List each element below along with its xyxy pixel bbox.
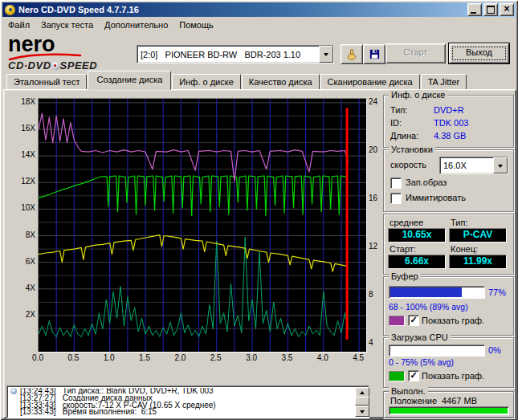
buffer-color-swatch <box>389 316 405 326</box>
maximize-button[interactable] <box>483 3 498 16</box>
position-progressbar <box>389 406 509 415</box>
cpu-group: Загрузка CPU 0% 0 - 75% (5% avg) ✓ Показ… <box>383 337 514 388</box>
log-text: [13:33:43] Время выполнения: 6:15 <box>20 409 157 416</box>
app-window: Nero CD-DVD Speed 4.7.7.16 × ФайлЗапуск … <box>0 0 518 420</box>
focus-rect <box>452 47 506 60</box>
end-speed-value: 11.99x <box>449 255 507 269</box>
x-axis-label: 3.5 <box>277 353 296 362</box>
cpu-show-graph-checkbox[interactable]: ✓ <box>408 370 419 381</box>
disc-type-value: DVD+R <box>434 105 464 115</box>
average-speed-value: 10.65x <box>388 228 446 243</box>
menu-item-help[interactable]: Помощь <box>173 18 219 31</box>
y-axis-right-label: 12 <box>369 242 383 251</box>
start-speed-value: 6.66x <box>388 255 446 269</box>
disc-length-value: 4.38 GB <box>434 131 466 141</box>
cpu-color-swatch <box>389 371 405 381</box>
speed-select-dropdown-button[interactable] <box>493 157 508 173</box>
chart-plot <box>38 98 367 353</box>
nero-logo: nero CD·DVDSPEED <box>8 34 128 71</box>
y-axis-left-label: 6X <box>10 257 35 266</box>
minimize-icon <box>471 12 476 14</box>
tab-benchmark[interactable]: Эталонный тест <box>6 74 87 90</box>
x-axis-label: 3.0 <box>242 353 261 362</box>
speed-select-value: 16.0X <box>440 161 493 170</box>
minimize-button[interactable] <box>467 3 482 16</box>
log-panel: [13:24:43] Тип диска:: Blank DVD, DVD+R,… <box>6 385 369 418</box>
x-axis-label: 4.0 <box>313 353 332 362</box>
scroll-thumb[interactable] <box>355 397 369 406</box>
hand-button[interactable] <box>341 44 363 64</box>
drive-selector[interactable]: [2:0] PIONEER BD-RW BDR-203 1.10 <box>137 45 334 63</box>
scroll-down-button[interactable] <box>355 406 369 417</box>
tab-strip: Эталонный тестСоздание дискаИнф. о диске… <box>6 72 467 90</box>
log-rows: [13:24:43] Тип диска:: Blank DVD, DVD+R,… <box>10 388 354 417</box>
buffer-show-graph-label: Показать граф. <box>422 316 484 325</box>
disc-id-label: ID: <box>390 118 402 128</box>
speed-select[interactable]: 16.0X <box>439 157 508 174</box>
start-button: Старт <box>385 43 446 63</box>
cpu-title: Загрузка CPU <box>389 332 451 343</box>
average-label: среднее <box>390 218 423 227</box>
disc-id-value: TDK 003 <box>434 118 468 128</box>
settings-group: Установки скорость 16.0X Зап.образ Иммит… <box>383 149 514 212</box>
log-scrollbar[interactable] <box>355 387 368 417</box>
type-label: Тип: <box>451 218 467 227</box>
menu-item-extra[interactable]: Дополнительно <box>99 18 173 31</box>
scroll-down-icon <box>360 410 365 416</box>
disc-info-title: Инф. о диске <box>389 90 447 100</box>
save-button[interactable] <box>363 44 385 64</box>
logo-speed: SPEED <box>60 59 98 71</box>
record-image-checkbox[interactable] <box>390 177 402 189</box>
drive-selector-dropdown-button[interactable] <box>319 46 333 63</box>
cpu-progressbar <box>389 345 485 357</box>
buffer-title: Буфер <box>389 271 421 282</box>
tab-disc-quality[interactable]: Качество диска <box>242 74 320 90</box>
buffer-group: Буфер 77% 68 - 100% (89% avg) ✓ Показать… <box>383 276 514 336</box>
log-icon-spacer <box>10 395 20 402</box>
menu-bar: ФайлЗапуск тестаДополнительноПомощь <box>2 17 516 32</box>
chevron-down-icon <box>324 53 328 59</box>
logo-disc-icon <box>51 61 60 70</box>
x-axis-label: 0.5 <box>63 353 83 362</box>
x-axis-label: 1.5 <box>135 353 154 362</box>
start-speed-label: Старт: <box>390 244 416 254</box>
y-axis-right-label: 20 <box>369 145 383 154</box>
tab-create-disc[interactable]: Создание диска <box>88 71 171 90</box>
y-axis-left-label: 8X <box>10 230 35 239</box>
y-axis-right-label: 8 <box>369 290 383 299</box>
y-axis-left-label: 2X <box>10 310 35 319</box>
scroll-up-icon <box>360 389 365 394</box>
cpu-range-text: 0 - 75% (5% avg) <box>389 357 454 367</box>
settings-title: Установки <box>389 145 435 155</box>
simulate-checkbox[interactable] <box>390 193 402 204</box>
disc-icon <box>10 388 20 394</box>
logo-cd-dvd: CD·DVD <box>8 59 51 71</box>
close-icon: × <box>500 3 513 14</box>
speed-stats-panel: среднее Тип: 10.65x P-CAV Старт: Конец: … <box>383 214 514 275</box>
buffer-show-graph-checkbox[interactable]: ✓ <box>408 315 419 326</box>
title-bar[interactable]: Nero CD-DVD Speed 4.7.7.16 × <box>2 2 516 17</box>
maximize-icon <box>487 6 495 14</box>
buffer-percent: 77% <box>488 287 506 297</box>
log-row: [13:33:43] Время выполнения: 6:15 <box>10 409 354 416</box>
close-button[interactable]: × <box>500 3 514 16</box>
tab-disc-info[interactable]: Инф. о диске <box>172 74 240 90</box>
disc-length-label: Длина: <box>390 131 418 141</box>
y-axis-right-label: 24 <box>369 97 383 106</box>
hand-icon <box>345 48 358 61</box>
save-icon <box>369 48 381 60</box>
x-axis-label: 2.5 <box>206 353 226 362</box>
simulate-label: Иммитировать <box>406 193 466 202</box>
y-axis-left-label: 14X <box>10 150 35 159</box>
end-speed-label: Конец: <box>451 244 478 254</box>
x-axis-label: 2.0 <box>170 353 190 362</box>
menu-item-run-test[interactable]: Запуск теста <box>35 18 99 31</box>
tab-scan-disc[interactable]: Сканирование диска <box>320 74 420 90</box>
tab-ta-jitter[interactable]: TA Jitter <box>421 74 467 90</box>
logo-product-text: CD·DVDSPEED <box>8 59 97 71</box>
exit-button[interactable]: Выход <box>449 43 509 63</box>
cpu-show-graph-label: Показать граф. <box>422 371 484 381</box>
menu-item-file[interactable]: Файл <box>2 18 35 31</box>
y-axis-right-label: 4 <box>369 338 383 347</box>
y-axis-left-label: 10X <box>10 203 35 212</box>
